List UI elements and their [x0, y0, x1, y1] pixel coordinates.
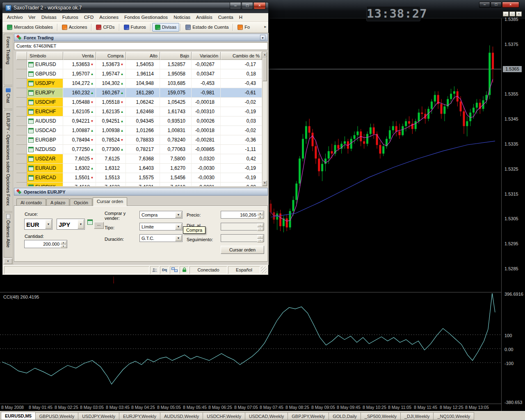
- table-row-eurchf[interactable]: EURCHF1,62105▲1,62135▲1,624681,61743-0,0…: [16, 107, 262, 116]
- close-button[interactable]: ×: [253, 2, 266, 9]
- op-tab-a-plazo[interactable]: A plazo: [46, 199, 69, 206]
- table-scrollbar[interactable]: ▲ ▼: [262, 52, 267, 186]
- dropdown-button[interactable]: ▼: [175, 224, 182, 230]
- table-row-eurjpy[interactable]: EURJPY160,232▲160,267▲161,280159,075-0,9…: [16, 88, 262, 98]
- column-header-s-mbolo[interactable]: Símbolo: [27, 52, 63, 60]
- menu-item-futuros[interactable]: Futuros: [59, 14, 81, 21]
- op-tab-cursar-orden[interactable]: Cursar orden: [93, 197, 127, 206]
- table-row-euraud[interactable]: EURAUD1,6302▲1,63121,64031,6270-0,0030-0…: [16, 164, 262, 173]
- price-stepper[interactable]: 160,265 ▲▼: [221, 211, 264, 219]
- step-up-icon[interactable]: ▲: [257, 212, 263, 215]
- column-header-variaci-n[interactable]: Variación: [192, 52, 221, 60]
- dropdown-button[interactable]: ▼: [45, 219, 52, 229]
- quantity-stepper[interactable]: 200.000 ▲▼: [24, 240, 67, 248]
- table-row-nzdusd[interactable]: NZDUSD0,77250▲0,77300▲0,782170,77063-0,0…: [16, 145, 262, 154]
- table-row-eurusd[interactable]: EURUSD1,53653▼1,53673▼1,540531,52857-0,0…: [16, 60, 262, 69]
- menu-item-h[interactable]: H: [236, 14, 245, 21]
- menu-item-fondos-gestionados[interactable]: Fondos Gestionados: [121, 14, 171, 21]
- maximize-button[interactable]: □: [242, 2, 253, 9]
- column-header-venta[interactable]: Venta: [63, 52, 96, 60]
- place-order-button[interactable]: Cursar orden: [221, 246, 264, 254]
- column-header-compra[interactable]: Compra: [96, 52, 126, 60]
- step-down-icon[interactable]: ▼: [60, 244, 66, 248]
- scroll-up-button[interactable]: ▲: [262, 52, 267, 57]
- saxotrader-titlebar[interactable]: S SaxoTrader 2 - workspace.ok.7 – □ ×: [2, 2, 268, 13]
- data-quality-icon[interactable]: Dq: [160, 266, 169, 274]
- table-row-usdjpy[interactable]: USDJPY104,272▲104,302▲104,948103,685-0,4…: [16, 79, 262, 88]
- scroll-down-button[interactable]: ▼: [262, 180, 267, 186]
- menu-item-noticias[interactable]: Noticias: [171, 14, 193, 21]
- bg-close-button[interactable]: ×: [502, 2, 519, 8]
- menu-item-an-lisis[interactable]: Análisis: [193, 14, 215, 21]
- dropdown-button[interactable]: ▼: [175, 212, 182, 218]
- column-header-cambio-de[interactable]: Cambio de %: [221, 52, 262, 60]
- language-indicator[interactable]: Español: [228, 266, 260, 274]
- chart-tab-audusd-weekly[interactable]: AUDUSD,Weekly: [160, 412, 203, 420]
- toolbar-button-mercados-globales[interactable]: Mercados Globales: [4, 23, 56, 32]
- row-selector[interactable]: [16, 154, 27, 164]
- side-tab-forex-trading[interactable]: Forex Trading: [4, 34, 12, 85]
- scrollbar-thumb[interactable]: [262, 57, 267, 81]
- table-row-eurcad[interactable]: EURCAD1,5501▼1,55131,55751,5456-0,0030-0…: [16, 173, 262, 183]
- toolbar-button-divisas[interactable]: Divisas: [152, 23, 179, 32]
- side-tab-rdenes-abie[interactable]: Órdenes Abie: [4, 212, 12, 258]
- toolbar-button-fo[interactable]: Fo: [235, 23, 253, 32]
- toolbar-button-acciones[interactable]: Acciones: [59, 23, 90, 32]
- row-selector[interactable]: [16, 69, 27, 79]
- bg-minimize-button[interactable]: –: [479, 2, 490, 8]
- duration-select[interactable]: G.T.C. ▼: [139, 234, 183, 242]
- dropdown-button[interactable]: ▼: [175, 235, 182, 241]
- chart-tab-sp500-weekly[interactable]: _SP500,Weekly: [361, 412, 401, 420]
- resize-grip[interactable]: [261, 267, 267, 273]
- table-row-usdchf[interactable]: USDCHF1,05488▼1,05518▼1,062421,05425-0,0…: [16, 98, 262, 107]
- menu-item-acciones[interactable]: Acciones: [96, 14, 121, 21]
- menu-item-ver[interactable]: Ver: [25, 14, 38, 21]
- more-options-button[interactable]: ...: [94, 222, 104, 229]
- table-row-gbpusd[interactable]: GBPUSD1,95707▲1,95747▲1,961141,950580,00…: [16, 69, 262, 79]
- side-scroll-down-button[interactable]: ▼: [4, 258, 12, 264]
- chart-minimize-button[interactable]: –: [503, 11, 509, 16]
- chart-tab-eurjpy-weekly[interactable]: EURJPY,Weekly: [119, 412, 160, 420]
- chart-tab-usdjpy-weekly[interactable]: USDJPY,Weekly: [78, 412, 119, 420]
- row-selector[interactable]: [16, 79, 27, 88]
- chart-tab-usdcad-weekly[interactable]: USDCAD,Weekly: [245, 412, 288, 420]
- op-tab-opci-n[interactable]: Opción: [70, 199, 92, 206]
- step-down-icon[interactable]: ▼: [257, 215, 263, 219]
- dropdown-button[interactable]: ▼: [78, 219, 84, 229]
- menu-item-archivo[interactable]: Archivo: [4, 14, 25, 21]
- bg-maximize-button[interactable]: □: [491, 2, 502, 8]
- row-selector[interactable]: [16, 173, 27, 183]
- instrument-board-icon[interactable]: [87, 219, 93, 225]
- row-selector[interactable]: [16, 183, 27, 186]
- time-axis[interactable]: 8 May 20088 May 01:458 May 02:258 May 03…: [0, 404, 501, 411]
- panel-menu-button[interactable]: ▼: [260, 35, 265, 40]
- base-currency-select[interactable]: EUR ▼: [24, 219, 52, 230]
- table-row-usdzar[interactable]: USDZAR7,6025▼7,61257,63687,58000,03200,4…: [16, 154, 262, 164]
- row-selector[interactable]: [16, 98, 27, 107]
- toolbar-button-cfds[interactable]: CFDs: [93, 23, 117, 32]
- row-selector[interactable]: [16, 126, 27, 135]
- op-tab-al-contado[interactable]: Al contado: [16, 199, 46, 206]
- row-selector[interactable]: [16, 88, 27, 98]
- row-selector[interactable]: [16, 60, 27, 69]
- quote-currency-select[interactable]: JPY ▼: [57, 219, 85, 230]
- toolbar-button-estado-de-cuenta[interactable]: Estado de Cuenta: [183, 23, 231, 32]
- menu-item-cuenta[interactable]: Cuenta: [215, 14, 236, 21]
- chart-tab-gbpjpy-weekly[interactable]: GBPJPY,Weekly: [288, 412, 329, 420]
- row-selector[interactable]: [16, 164, 27, 173]
- chart-close-button[interactable]: ×: [516, 11, 522, 16]
- network-icon[interactable]: [170, 266, 179, 274]
- price-axis[interactable]: 1.53851.53751.53651.53551.53451.53351.53…: [501, 18, 525, 411]
- column-header-bajo[interactable]: Bajo: [160, 52, 192, 60]
- column-header-alto[interactable]: Alto: [126, 52, 160, 60]
- forex-panel-header[interactable]: Forex Trading ▼: [14, 34, 268, 41]
- row-selector[interactable]: [16, 116, 27, 126]
- buy-sell-select[interactable]: Compra ▼: [139, 211, 183, 219]
- step-up-icon[interactable]: ▲: [60, 241, 66, 244]
- table-row-eurdkk[interactable]: EURDKK7,46187,46227,46317,46100,00010,00: [16, 183, 262, 186]
- order-type-select[interactable]: Límite ▼: [139, 223, 183, 231]
- menu-item-divisas[interactable]: Divisas: [39, 14, 59, 21]
- side-tab-chat[interactable]: Chat: [4, 86, 12, 109]
- table-row-eurgbp[interactable]: EURGBP0,78494▼0,78524▼0,788330,78240-0,0…: [16, 135, 262, 145]
- chart-tab-gold-daily[interactable]: GOLD,Daily: [329, 412, 361, 420]
